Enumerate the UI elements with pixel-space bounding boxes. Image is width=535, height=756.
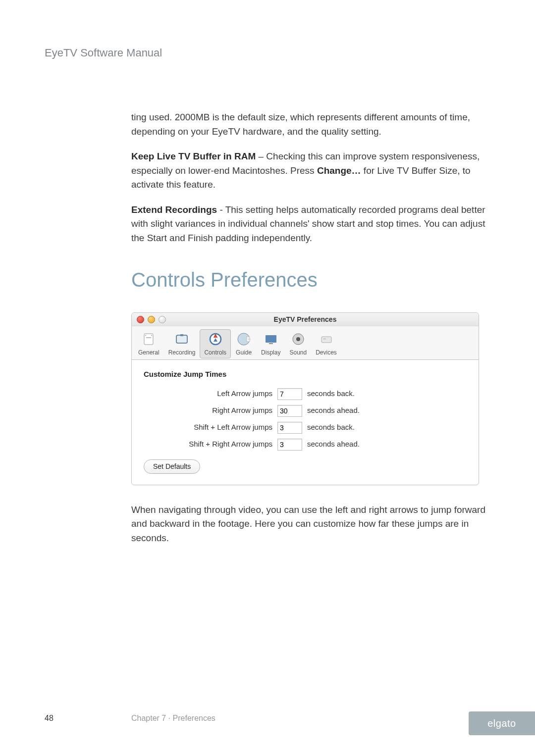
row-suffix: seconds ahead. <box>302 439 360 450</box>
left-arrow-input[interactable] <box>277 388 302 400</box>
tab-label: Sound <box>289 348 307 357</box>
svg-rect-4 <box>176 335 187 343</box>
window-title: EyeTV Preferences <box>132 314 479 325</box>
sound-icon <box>290 331 307 348</box>
tab-label: General <box>138 348 160 357</box>
set-defaults-button[interactable]: Set Defaults <box>144 459 200 474</box>
page-header: EyeTV Software Manual <box>45 45 490 61</box>
paragraph: Keep Live TV Buffer in RAM – Checking th… <box>131 150 488 192</box>
controls-icon <box>207 331 224 348</box>
row-label: Left Arrow jumps <box>144 388 277 400</box>
devices-icon <box>318 331 335 348</box>
row-label: Shift + Left Arrow jumps <box>144 422 277 433</box>
tab-controls[interactable]: Controls <box>200 329 231 358</box>
display-icon <box>263 331 279 348</box>
general-icon <box>140 331 157 348</box>
section-title: Controls Preferences <box>131 265 488 295</box>
svg-rect-1 <box>146 337 151 338</box>
tab-recording[interactable]: Recording <box>164 329 200 358</box>
bold-term: Change… <box>317 165 361 176</box>
right-arrow-input[interactable] <box>277 405 302 417</box>
svg-point-2 <box>145 335 146 336</box>
jump-row-shift-right-arrow: Shift + Right Arrow jumps seconds ahead. <box>144 439 467 451</box>
tab-sound[interactable]: Sound <box>285 329 311 358</box>
svg-rect-8 <box>247 337 250 342</box>
guide-icon <box>235 331 252 348</box>
row-suffix: seconds ahead. <box>302 405 360 416</box>
tab-label: Display <box>261 348 280 357</box>
row-suffix: seconds back. <box>302 388 355 400</box>
paragraph: When navigating through video, you can u… <box>131 503 488 546</box>
svg-rect-16 <box>323 338 326 340</box>
row-suffix: seconds back. <box>302 422 355 433</box>
tab-general[interactable]: General <box>134 329 164 358</box>
page-footer: 48 Chapter 7 · Preferences <box>45 712 490 724</box>
preferences-pane: Customize Jump Times Left Arrow jumps se… <box>132 360 479 485</box>
tab-guide[interactable]: Guide <box>231 329 257 358</box>
bold-term: Extend Recordings <box>131 204 217 215</box>
page-number: 48 <box>45 712 131 724</box>
tab-label: Guide <box>236 348 252 357</box>
row-label: Right Arrow jumps <box>144 405 277 416</box>
window-titlebar: EyeTV Preferences <box>132 313 479 326</box>
shift-left-arrow-input[interactable] <box>277 422 302 434</box>
paragraph: Extend Recordings - This setting helps a… <box>131 203 488 246</box>
svg-point-3 <box>151 335 152 336</box>
brand-tab: elgato <box>469 711 535 735</box>
tab-label: Controls <box>204 348 226 357</box>
row-label: Shift + Right Arrow jumps <box>144 439 277 450</box>
tab-devices[interactable]: Devices <box>311 329 341 358</box>
svg-rect-12 <box>269 343 273 344</box>
preferences-window: EyeTV Preferences General Recording <box>131 312 479 485</box>
chapter-label: Chapter 7 · Preferences <box>131 712 215 724</box>
jump-row-right-arrow: Right Arrow jumps seconds ahead. <box>144 405 467 417</box>
tab-display[interactable]: Display <box>257 329 285 358</box>
preferences-toolbar: General Recording Controls <box>132 326 479 360</box>
recording-icon <box>173 331 190 348</box>
pane-heading: Customize Jump Times <box>144 369 467 380</box>
paragraph: ting used. 2000MB is the default size, w… <box>131 110 488 139</box>
jump-row-left-arrow: Left Arrow jumps seconds back. <box>144 388 467 400</box>
tab-label: Recording <box>168 348 196 357</box>
svg-point-14 <box>296 337 300 341</box>
svg-rect-5 <box>180 334 183 336</box>
shift-right-arrow-input[interactable] <box>277 439 302 451</box>
svg-rect-11 <box>266 335 276 343</box>
bold-term: Keep Live TV Buffer in RAM <box>131 151 256 161</box>
jump-row-shift-left-arrow: Shift + Left Arrow jumps seconds back. <box>144 422 467 434</box>
tab-label: Devices <box>316 348 337 357</box>
